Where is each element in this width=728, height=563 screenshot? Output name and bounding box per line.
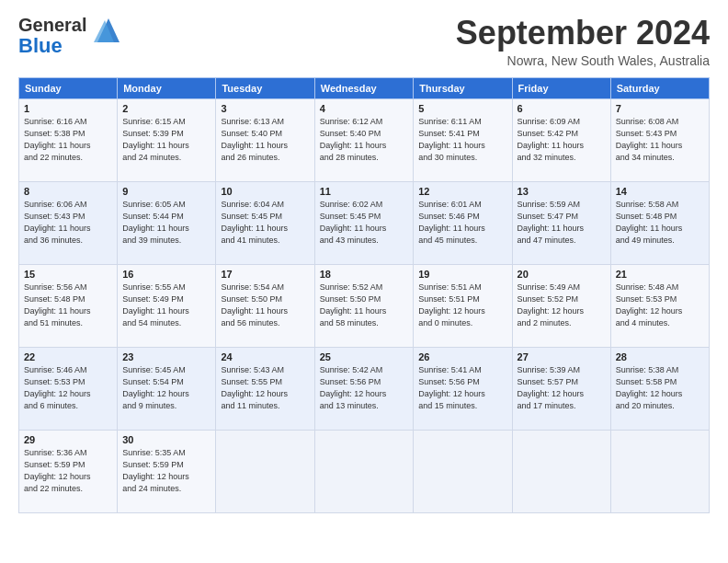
day-number: 7 (616, 103, 704, 114)
day-number: 25 (320, 351, 409, 362)
calendar-cell (414, 430, 512, 512)
day-number: 12 (418, 186, 506, 197)
calendar-cell: 19Sunrise: 5:51 AMSunset: 5:51 PMDayligh… (414, 264, 512, 347)
day-number: 29 (24, 434, 112, 445)
day-info: Sunrise: 5:42 AMSunset: 5:56 PMDaylight:… (320, 365, 387, 410)
calendar-cell (314, 430, 414, 512)
day-info: Sunrise: 6:13 AMSunset: 5:40 PMDaylight:… (221, 117, 288, 162)
day-info: Sunrise: 6:11 AMSunset: 5:41 PMDaylight:… (418, 117, 485, 162)
col-tuesday: Tuesday (216, 77, 314, 98)
day-number: 6 (518, 103, 606, 114)
calendar-cell: 15Sunrise: 5:56 AMSunset: 5:48 PMDayligh… (19, 264, 118, 347)
calendar-cell: 6Sunrise: 6:09 AMSunset: 5:42 PMDaylight… (512, 98, 610, 181)
calendar-week-row: 29Sunrise: 5:36 AMSunset: 5:59 PMDayligh… (19, 430, 710, 512)
day-info: Sunrise: 5:55 AMSunset: 5:49 PMDaylight:… (122, 282, 189, 327)
calendar-cell: 26Sunrise: 5:41 AMSunset: 5:56 PMDayligh… (414, 347, 512, 430)
title-block: September 2024 Nowra, New South Wales, A… (456, 15, 710, 68)
day-number: 16 (122, 269, 210, 280)
day-info: Sunrise: 5:46 AMSunset: 5:53 PMDaylight:… (24, 365, 91, 410)
day-number: 24 (221, 351, 309, 362)
day-info: Sunrise: 6:08 AMSunset: 5:43 PMDaylight:… (616, 117, 683, 162)
col-saturday: Saturday (610, 77, 709, 98)
day-info: Sunrise: 5:36 AMSunset: 5:59 PMDaylight:… (24, 448, 91, 493)
calendar-week-row: 8Sunrise: 6:06 AMSunset: 5:43 PMDaylight… (19, 181, 710, 264)
day-info: Sunrise: 6:16 AMSunset: 5:38 PMDaylight:… (24, 117, 91, 162)
calendar-cell (216, 430, 314, 512)
day-number: 14 (616, 186, 704, 197)
header: GeneralBlue September 2024 Nowra, New So… (18, 15, 710, 68)
day-number: 1 (24, 103, 112, 114)
calendar-cell: 29Sunrise: 5:36 AMSunset: 5:59 PMDayligh… (19, 430, 118, 512)
logo-text: GeneralBlue (18, 15, 86, 57)
day-number: 21 (616, 269, 704, 280)
day-info: Sunrise: 5:45 AMSunset: 5:54 PMDaylight:… (122, 365, 189, 410)
calendar-cell: 10Sunrise: 6:04 AMSunset: 5:45 PMDayligh… (216, 181, 314, 264)
day-number: 30 (122, 434, 210, 445)
day-number: 10 (221, 186, 309, 197)
day-info: Sunrise: 6:02 AMSunset: 5:45 PMDaylight:… (320, 200, 387, 245)
calendar-cell: 28Sunrise: 5:38 AMSunset: 5:58 PMDayligh… (610, 347, 709, 430)
month-title: September 2024 (456, 15, 710, 52)
day-number: 8 (24, 186, 112, 197)
calendar-cell: 16Sunrise: 5:55 AMSunset: 5:49 PMDayligh… (118, 264, 216, 347)
day-info: Sunrise: 5:54 AMSunset: 5:50 PMDaylight:… (221, 282, 288, 327)
calendar: Sunday Monday Tuesday Wednesday Thursday… (18, 77, 710, 513)
location-title: Nowra, New South Wales, Australia (456, 53, 710, 68)
calendar-cell (610, 430, 709, 512)
day-number: 11 (320, 186, 409, 197)
day-number: 18 (320, 269, 409, 280)
day-number: 23 (122, 351, 210, 362)
day-info: Sunrise: 5:39 AMSunset: 5:57 PMDaylight:… (518, 365, 585, 410)
calendar-cell: 1Sunrise: 6:16 AMSunset: 5:38 PMDaylight… (19, 98, 118, 181)
page: GeneralBlue September 2024 Nowra, New So… (0, 0, 728, 563)
calendar-cell: 8Sunrise: 6:06 AMSunset: 5:43 PMDaylight… (19, 181, 118, 264)
day-info: Sunrise: 5:48 AMSunset: 5:53 PMDaylight:… (616, 282, 683, 327)
day-number: 4 (320, 103, 409, 114)
calendar-cell: 2Sunrise: 6:15 AMSunset: 5:39 PMDaylight… (118, 98, 216, 181)
day-info: Sunrise: 6:06 AMSunset: 5:43 PMDaylight:… (24, 200, 91, 245)
day-info: Sunrise: 5:59 AMSunset: 5:47 PMDaylight:… (518, 200, 585, 245)
calendar-cell: 14Sunrise: 5:58 AMSunset: 5:48 PMDayligh… (610, 181, 709, 264)
day-number: 17 (221, 269, 309, 280)
calendar-cell: 30Sunrise: 5:35 AMSunset: 5:59 PMDayligh… (118, 430, 216, 512)
day-info: Sunrise: 5:49 AMSunset: 5:52 PMDaylight:… (518, 282, 585, 327)
day-info: Sunrise: 5:41 AMSunset: 5:56 PMDaylight:… (418, 365, 485, 410)
calendar-cell: 22Sunrise: 5:46 AMSunset: 5:53 PMDayligh… (19, 347, 118, 430)
calendar-cell: 11Sunrise: 6:02 AMSunset: 5:45 PMDayligh… (314, 181, 414, 264)
calendar-cell: 4Sunrise: 6:12 AMSunset: 5:40 PMDaylight… (314, 98, 414, 181)
day-info: Sunrise: 5:52 AMSunset: 5:50 PMDaylight:… (320, 282, 387, 327)
day-number: 13 (518, 186, 606, 197)
col-wednesday: Wednesday (314, 77, 414, 98)
day-info: Sunrise: 6:09 AMSunset: 5:42 PMDaylight:… (518, 117, 585, 162)
col-friday: Friday (512, 77, 610, 98)
calendar-cell (512, 430, 610, 512)
logo: GeneralBlue (18, 15, 123, 57)
day-number: 20 (518, 269, 606, 280)
calendar-week-row: 15Sunrise: 5:56 AMSunset: 5:48 PMDayligh… (19, 264, 710, 347)
calendar-cell: 5Sunrise: 6:11 AMSunset: 5:41 PMDaylight… (414, 98, 512, 181)
day-number: 9 (122, 186, 210, 197)
calendar-cell: 24Sunrise: 5:43 AMSunset: 5:55 PMDayligh… (216, 347, 314, 430)
day-info: Sunrise: 6:12 AMSunset: 5:40 PMDaylight:… (320, 117, 387, 162)
day-number: 19 (418, 269, 506, 280)
day-number: 26 (418, 351, 506, 362)
logo-icon (90, 17, 123, 48)
day-info: Sunrise: 6:01 AMSunset: 5:46 PMDaylight:… (418, 200, 485, 245)
calendar-cell: 13Sunrise: 5:59 AMSunset: 5:47 PMDayligh… (512, 181, 610, 264)
day-info: Sunrise: 6:05 AMSunset: 5:44 PMDaylight:… (122, 200, 189, 245)
calendar-week-row: 1Sunrise: 6:16 AMSunset: 5:38 PMDaylight… (19, 98, 710, 181)
calendar-cell: 27Sunrise: 5:39 AMSunset: 5:57 PMDayligh… (512, 347, 610, 430)
day-number: 15 (24, 269, 112, 280)
day-info: Sunrise: 5:51 AMSunset: 5:51 PMDaylight:… (418, 282, 485, 327)
day-info: Sunrise: 5:43 AMSunset: 5:55 PMDaylight:… (221, 365, 288, 410)
day-info: Sunrise: 6:04 AMSunset: 5:45 PMDaylight:… (221, 200, 288, 245)
col-sunday: Sunday (19, 77, 118, 98)
day-number: 27 (518, 351, 606, 362)
day-info: Sunrise: 5:56 AMSunset: 5:48 PMDaylight:… (24, 282, 91, 327)
day-number: 3 (221, 103, 309, 114)
day-number: 28 (616, 351, 704, 362)
day-info: Sunrise: 6:15 AMSunset: 5:39 PMDaylight:… (122, 117, 189, 162)
calendar-cell: 25Sunrise: 5:42 AMSunset: 5:56 PMDayligh… (314, 347, 414, 430)
calendar-cell: 18Sunrise: 5:52 AMSunset: 5:50 PMDayligh… (314, 264, 414, 347)
day-info: Sunrise: 5:35 AMSunset: 5:59 PMDaylight:… (122, 448, 189, 493)
